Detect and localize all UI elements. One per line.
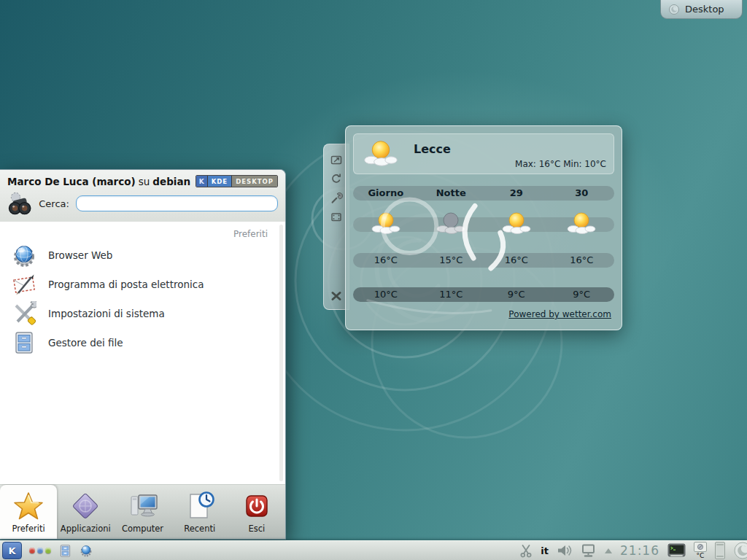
menu-item-label: Browser Web bbox=[48, 249, 112, 261]
tab-recenti[interactable]: Recenti bbox=[171, 485, 228, 539]
weather-icons-row bbox=[353, 205, 614, 234]
weather-city: Lecce bbox=[414, 142, 451, 156]
day-temp: 16°C bbox=[353, 253, 419, 268]
kde-desktop-badge: K KDE DESKTOP bbox=[196, 175, 278, 187]
cashew-icon bbox=[668, 4, 680, 15]
web-browser-launcher-icon[interactable] bbox=[80, 544, 93, 557]
panel-launchers: K bbox=[2, 542, 93, 559]
weather-night-temps: 10°C 11°C 9°C 9°C bbox=[353, 287, 614, 302]
weather-condition-icon bbox=[353, 211, 419, 234]
sun-cloud-icon bbox=[361, 138, 400, 167]
menu-item-email[interactable]: Programma di posta elettronica bbox=[0, 270, 285, 299]
day-temp: 16°C bbox=[484, 253, 549, 268]
weather-condition-icon bbox=[419, 211, 484, 234]
menu-item-label: Gestore dei file bbox=[48, 337, 123, 349]
col-header: Notte bbox=[419, 186, 484, 201]
host-name: debian bbox=[152, 176, 190, 187]
menu-item-system-settings[interactable]: Impostazioni di sistema bbox=[0, 299, 285, 328]
wetter-com-link[interactable]: Powered by wetter.com bbox=[508, 309, 611, 319]
menu-item-label: Impostazioni di sistema bbox=[48, 308, 165, 319]
terminal-tray-icon[interactable] bbox=[667, 543, 686, 559]
pager-dots[interactable] bbox=[29, 548, 51, 553]
user-name: Marco De Luca (marco) bbox=[7, 176, 136, 187]
tab-esci[interactable]: Esci bbox=[228, 485, 285, 539]
menu-item-file-manager[interactable]: Gestore dei file bbox=[0, 328, 285, 357]
weather-widget: Lecce Max: 16°C Min: 10°C Giorno Notte 2… bbox=[345, 125, 622, 330]
search-input[interactable] bbox=[76, 195, 278, 211]
panel-cashew-icon[interactable] bbox=[733, 541, 747, 560]
tab-applicazioni[interactable]: Applicazioni bbox=[57, 485, 114, 539]
col-header: Giorno bbox=[353, 186, 419, 201]
day-temp: 15°C bbox=[419, 253, 484, 268]
tab-preferiti[interactable]: Preferiti bbox=[0, 485, 57, 539]
scrollbar[interactable] bbox=[279, 225, 283, 481]
weather-condition-icon bbox=[549, 211, 615, 234]
night-temp: 10°C bbox=[353, 287, 419, 302]
kde-logo-icon: K bbox=[196, 176, 207, 187]
resize-icon[interactable] bbox=[330, 154, 343, 166]
weather-condition-icon bbox=[484, 211, 549, 234]
weather-tray-icon[interactable]: °C bbox=[694, 542, 707, 559]
keyboard-layout-indicator[interactable]: it bbox=[541, 545, 549, 556]
col-header: 29 bbox=[484, 186, 549, 201]
night-temp: 11°C bbox=[419, 287, 484, 302]
file-manager-launcher-icon[interactable] bbox=[58, 544, 72, 558]
network-monitor-icon[interactable] bbox=[581, 544, 597, 558]
clipboard-scissors-icon[interactable] bbox=[519, 544, 533, 558]
desktop-toolbox-button[interactable]: Desktop bbox=[660, 0, 743, 19]
recent-documents-clock-icon bbox=[185, 491, 215, 521]
menu-item-label: Programma di posta elettronica bbox=[48, 279, 204, 290]
web-browser-globe-icon bbox=[12, 243, 36, 268]
search-label: Cerca: bbox=[39, 198, 69, 209]
system-tray: it 21:16 °C bbox=[519, 541, 747, 560]
menu-item-browser-web[interactable]: Browser Web bbox=[0, 241, 285, 270]
kde-menu-button[interactable]: K bbox=[2, 542, 22, 559]
favorites-list: Preferiti Browser Web Programma bbox=[0, 222, 285, 484]
digital-clock[interactable]: 21:16 bbox=[620, 543, 659, 558]
weather-header: Lecce Max: 16°C Min: 10°C bbox=[353, 133, 614, 174]
tab-label: Esci bbox=[249, 524, 266, 534]
maximize-icon[interactable] bbox=[330, 211, 343, 223]
user-host-title: Marco De Luca (marco)sudebian bbox=[7, 176, 196, 187]
col-header: 30 bbox=[549, 186, 615, 201]
power-icon bbox=[241, 491, 272, 521]
tab-label: Computer bbox=[122, 524, 163, 534]
star-icon bbox=[13, 491, 44, 521]
tray-expand-arrow-icon[interactable] bbox=[605, 548, 612, 553]
section-label: Preferiti bbox=[0, 226, 285, 241]
kickoff-header: Marco De Luca (marco)sudebian K KDE DESK… bbox=[0, 170, 285, 222]
weather-day-temps: 16°C 15°C 16°C 16°C bbox=[353, 253, 614, 268]
toolbox-label: Desktop bbox=[685, 4, 724, 15]
condition-na-icon bbox=[697, 543, 704, 551]
volume-icon[interactable] bbox=[557, 544, 573, 557]
weather-maxmin: Max: 16°C Min: 10°C bbox=[515, 159, 606, 169]
kickoff-menu: Marco De Luca (marco)sudebian K KDE DESK… bbox=[0, 169, 286, 540]
email-envelope-icon bbox=[12, 272, 36, 297]
collapsed-widget[interactable] bbox=[715, 542, 725, 559]
tab-computer[interactable]: Computer bbox=[114, 485, 171, 539]
computer-monitor-icon bbox=[128, 491, 158, 521]
weather-credit: Powered by wetter.com bbox=[353, 309, 614, 319]
system-settings-tools-icon bbox=[12, 301, 36, 326]
tab-label: Applicazioni bbox=[61, 524, 111, 534]
taskbar-panel: K it bbox=[0, 540, 747, 560]
blue-dot-icon bbox=[37, 548, 43, 553]
night-temp: 9°C bbox=[484, 287, 549, 302]
tab-label: Recenti bbox=[184, 524, 215, 534]
green-dot-icon bbox=[45, 548, 51, 553]
weather-column-headers: Giorno Notte 29 30 bbox=[353, 186, 614, 201]
applications-diamond-icon bbox=[70, 491, 101, 521]
rotate-icon[interactable] bbox=[330, 173, 343, 185]
red-dot-icon bbox=[29, 548, 35, 553]
close-icon[interactable] bbox=[330, 289, 343, 302]
file-cabinet-icon bbox=[12, 330, 36, 355]
kickoff-tab-bar: Preferiti Applicazioni Computer bbox=[0, 484, 285, 539]
binoculars-search-icon bbox=[7, 191, 32, 216]
day-temp: 16°C bbox=[549, 253, 615, 268]
settings-wrench-icon[interactable] bbox=[330, 192, 343, 204]
night-temp: 9°C bbox=[549, 287, 615, 302]
tab-label: Preferiti bbox=[12, 524, 45, 534]
